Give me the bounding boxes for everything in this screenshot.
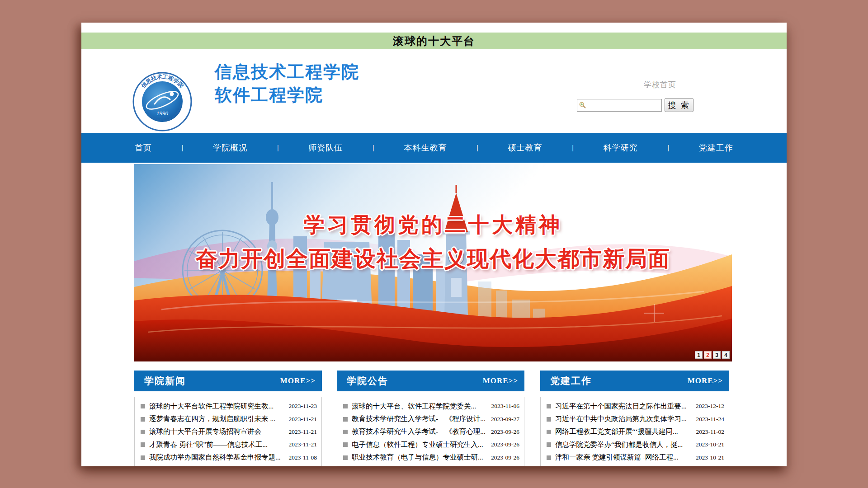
news-date: 2023-09-26 [491, 441, 519, 448]
column-title: 学院新闻 [144, 375, 186, 387]
notice-column: 学院公告 MORE>> 滚球的十大平台、软件工程学院党委关... 2023-11… [337, 371, 524, 466]
banner-page-3[interactable]: 3 [713, 351, 721, 359]
news-title[interactable]: 习近平在中共中央政治局第九次集体学习... [555, 414, 693, 424]
news-row: 滚球的十大平台、软件工程学院党委关... 2023-11-06 [337, 400, 524, 413]
banner-slogan-line1: 学习贯彻党的二十大精神 [134, 211, 732, 239]
hero-banner-slide[interactable]: 学习贯彻党的二十大精神 奋力开创全面建设社会主义现代化大都市新局面 1 2 3 … [134, 164, 732, 361]
news-date: 2023-11-02 [696, 428, 725, 436]
news-row: 电子信息（软件工程）专业硕士研究生入... 2023-09-26 [337, 438, 524, 451]
nav-separator: | [277, 144, 279, 151]
bullet-square-icon [141, 417, 145, 422]
news-date: 2023-11-08 [289, 454, 317, 461]
news-column-header: 学院新闻 MORE>> [134, 371, 322, 391]
site-page: 滚球的十大平台 信息技术工程学院 School of Information T… [81, 23, 787, 466]
news-date: 2023-11-21 [289, 428, 317, 436]
search-input[interactable] [587, 99, 661, 111]
news-row: 职业技术教育（电子与信息）专业硕士研... 2023-09-26 [337, 451, 524, 464]
column-title: 党建工作 [550, 375, 592, 387]
news-title[interactable]: 才聚青春 勇往“职”前——信息技术工... [149, 440, 285, 450]
news-date: 2023-11-23 [289, 403, 317, 410]
column-title: 学院公告 [347, 375, 388, 387]
news-row: 津和一家亲 党建引领谋新篇 -网络工程... 2023-10-21 [541, 451, 729, 464]
news-list: 滚球的十大平台软件工程学院研究生教... 2023-11-23 逐梦青春志在四方… [134, 397, 322, 466]
party-column: 党建工作 MORE>> 习近平在第十个国家宪法日之际作出重要... 2023-1… [540, 371, 729, 466]
news-title[interactable]: 信息学院党委举办“我们都是收信人，挺... [555, 440, 692, 450]
nav-item-faculty[interactable]: 师资队伍 [308, 142, 343, 153]
banner-page-4[interactable]: 4 [722, 351, 730, 359]
news-date: 2023-09-26 [491, 454, 519, 461]
notice-column-header: 学院公告 MORE>> [337, 371, 524, 391]
bullet-square-icon [343, 430, 348, 434]
nav-item-research[interactable]: 科学研究 [604, 142, 638, 153]
more-link[interactable]: MORE>> [280, 376, 316, 385]
news-title[interactable]: 逐梦青春志在四方，规划启航职引未来 ... [149, 414, 285, 424]
news-row: 滚球的十大平台开展专场招聘宣讲会 2023-11-21 [135, 426, 321, 438]
search-button[interactable]: 搜 索 [665, 98, 693, 112]
nav-item-undergraduate[interactable]: 本科生教育 [404, 142, 447, 153]
bullet-square-icon [343, 442, 348, 447]
news-date: 2023-11-24 [696, 416, 725, 423]
news-date: 2023-09-26 [491, 428, 519, 436]
school-name-line1: 信息技术工程学院 [215, 61, 359, 84]
news-title[interactable]: 电子信息（软件工程）专业硕士研究生入... [352, 440, 487, 450]
more-link[interactable]: MORE>> [688, 376, 723, 385]
more-link[interactable]: MORE>> [483, 376, 518, 385]
news-title[interactable]: 滚球的十大平台软件工程学院研究生教... [149, 402, 285, 411]
search-box [577, 99, 662, 112]
bullet-square-icon [547, 455, 551, 460]
top-title-bar: 滚球的十大平台 [81, 33, 787, 49]
nav-item-home[interactable]: 首页 [135, 142, 152, 153]
news-row: 才聚青春 勇往“职”前——信息技术工... 2023-11-21 [135, 438, 321, 451]
news-row: 滚球的十大平台软件工程学院研究生教... 2023-11-23 [135, 400, 321, 413]
school-name: 信息技术工程学院 软件工程学院 [215, 61, 359, 107]
news-row: 信息学院党委举办“我们都是收信人，挺... 2023-10-21 [541, 438, 729, 451]
news-row: 教育技术学研究生入学考试- 《程序设计... 2023-09-27 [337, 413, 524, 425]
news-date: 2023-10-21 [696, 454, 724, 461]
school-home-link[interactable]: 学校首页 [610, 80, 710, 90]
news-title[interactable]: 习近平在第十个国家宪法日之际作出重要... [555, 402, 692, 411]
college-logo[interactable]: 信息技术工程学院 School of Information Technolog… [132, 71, 193, 132]
party-list: 习近平在第十个国家宪法日之际作出重要... 2023-12-12 习近平在中共中… [540, 397, 729, 466]
news-row: 习近平在中共中央政治局第九次集体学习... 2023-11-24 [541, 413, 729, 425]
news-title[interactable]: 网络工程教工党支部开展“‘援疆共建同... [555, 427, 693, 436]
college-emblem-icon: 信息技术工程学院 School of Information Technolog… [132, 71, 193, 132]
bullet-square-icon [343, 455, 348, 460]
news-date: 2023-12-12 [696, 403, 724, 410]
nav-item-party[interactable]: 党建工作 [699, 142, 733, 153]
bullet-square-icon [547, 430, 551, 434]
banner-page-2[interactable]: 2 [704, 351, 712, 359]
news-title[interactable]: 滚球的十大平台、软件工程学院党委关... [352, 402, 488, 411]
news-date: 2023-09-27 [491, 416, 519, 423]
nav-separator: | [476, 144, 478, 151]
news-date: 2023-10-21 [696, 441, 724, 448]
bullet-square-icon [141, 442, 145, 447]
site-title: 滚球的十大平台 [393, 34, 475, 48]
bullet-square-icon [141, 430, 145, 434]
nav-separator: | [373, 144, 374, 151]
main-nav: 首页 | 学院概况 | 师资队伍 | 本科生教育 | 硕士教育 | 科学研究 |… [81, 133, 787, 163]
news-row: 教育技术学研究生入学考试- 《教育心理... 2023-09-26 [337, 426, 524, 438]
bullet-square-icon [547, 417, 551, 422]
bullet-square-icon [141, 404, 145, 408]
nav-item-overview[interactable]: 学院概况 [213, 142, 247, 153]
news-title[interactable]: 教育技术学研究生入学考试- 《教育心理... [352, 427, 487, 436]
banner-page-1[interactable]: 1 [695, 351, 703, 359]
news-title[interactable]: 职业技术教育（电子与信息）专业硕士研... [352, 453, 487, 462]
school-name-line2: 软件工程学院 [215, 84, 359, 107]
nav-item-master[interactable]: 硕士教育 [508, 142, 542, 153]
notice-list: 滚球的十大平台、软件工程学院党委关... 2023-11-06 教育技术学研究生… [337, 397, 524, 466]
news-title[interactable]: 教育技术学研究生入学考试- 《程序设计... [352, 414, 487, 424]
svg-text:1990: 1990 [156, 110, 169, 117]
nav-separator: | [667, 144, 669, 151]
news-column: 学院新闻 MORE>> 滚球的十大平台软件工程学院研究生教... 2023-11… [134, 371, 322, 466]
bullet-square-icon [547, 442, 551, 447]
news-title[interactable]: 津和一家亲 党建引领谋新篇 -网络工程... [555, 453, 692, 462]
bullet-square-icon [141, 455, 145, 460]
news-row: 逐梦青春志在四方，规划启航职引未来 ... 2023-11-21 [135, 413, 321, 425]
news-row: 我院成功举办国家自然科学基金申报专题... 2023-11-08 [135, 451, 321, 464]
news-title[interactable]: 我院成功举办国家自然科学基金申报专题... [149, 453, 285, 462]
news-date: 2023-11-06 [491, 403, 520, 410]
news-row: 网络工程教工党支部开展“‘援疆共建同... 2023-11-02 [541, 426, 729, 438]
bullet-square-icon [343, 417, 348, 422]
news-title[interactable]: 滚球的十大平台开展专场招聘宣讲会 [149, 427, 285, 436]
